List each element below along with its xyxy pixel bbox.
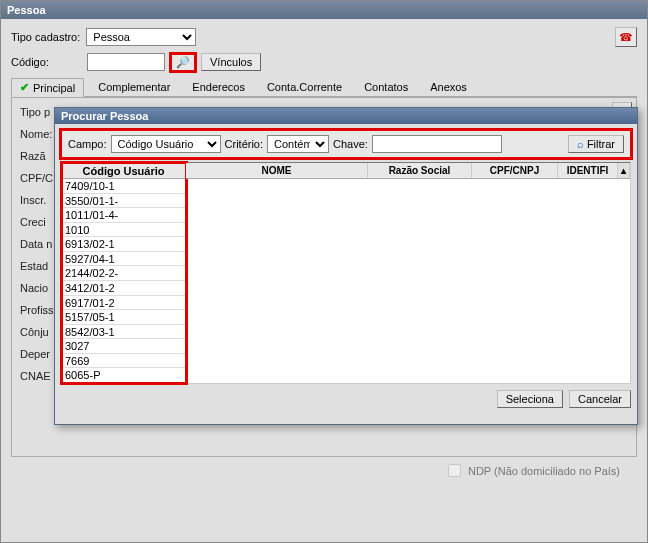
filter-icon: ⌕ [577, 138, 584, 150]
codigo-input[interactable] [87, 53, 165, 71]
check-icon: ✔ [20, 81, 29, 94]
filtrar-button[interactable]: ⌕ Filtrar [568, 135, 624, 153]
scroll-up-icon[interactable]: ▴ [618, 163, 630, 178]
codigo-label: Código: [11, 56, 81, 68]
header-cpfcnpj[interactable]: CPF/CNPJ [472, 163, 558, 178]
table-row[interactable]: 1011/01-4- [62, 208, 185, 223]
tab-complementar[interactable]: Complementar [90, 79, 178, 95]
criterio-select[interactable]: Contém [267, 135, 329, 153]
results-grid: Código Usuário 7409/10-13550/01-1-1011/0… [61, 162, 631, 384]
vinculos-button[interactable]: Vínculos [201, 53, 261, 71]
tab-conta-corrente[interactable]: Conta.Corrente [259, 79, 350, 95]
table-row[interactable]: 5927/04-1 [62, 252, 185, 267]
criterio-label: Critério: [225, 138, 264, 150]
table-row[interactable]: 6065-P [62, 368, 185, 383]
chave-input[interactable] [372, 135, 502, 153]
rest-columns: NOME Razão Social CPF/CNPJ IDENTIFI ▴ [186, 163, 630, 383]
table-row[interactable]: 3412/01-2 [62, 281, 185, 296]
main-window: Pessoa Tipo cadastro: Pessoa ☎ Código: 🔎… [0, 0, 648, 543]
tab-enderecos[interactable]: Enderecos [184, 79, 253, 95]
table-row[interactable]: 5157/05-1 [62, 310, 185, 325]
table-row[interactable]: 7409/10-1 [62, 179, 185, 194]
campo-label: Campo: [68, 138, 107, 150]
tipo-cadastro-label: Tipo cadastro: [11, 31, 80, 43]
binoculars-button[interactable]: 🔎 [171, 54, 195, 71]
tab-principal[interactable]: ✔ Principal [11, 78, 84, 97]
codigo-rows: 7409/10-13550/01-1-1011/01-4-10106913/02… [62, 179, 185, 383]
search-row: Campo: Código Usuário Critério: Contém C… [61, 130, 631, 158]
ndp-label: NDP (Não domiciliado no País) [468, 465, 620, 477]
tab-anexos[interactable]: Anexos [422, 79, 475, 95]
table-row[interactable]: 6917/01-2 [62, 296, 185, 311]
tab-contatos[interactable]: Contatos [356, 79, 416, 95]
table-row[interactable]: 1010 [62, 223, 185, 238]
table-row[interactable]: 8542/03-1 [62, 325, 185, 340]
header-nome[interactable]: NOME [186, 163, 368, 178]
tabs-bar: ✔ Principal Complementar Enderecos Conta… [11, 77, 637, 97]
table-row[interactable]: 6913/02-1 [62, 237, 185, 252]
campo-select[interactable]: Código Usuário [111, 135, 221, 153]
tipo-cadastro-select[interactable]: Pessoa [86, 28, 196, 46]
ndp-checkbox [448, 464, 461, 477]
table-row[interactable]: 7669 [62, 354, 185, 369]
cancelar-button[interactable]: Cancelar [569, 390, 631, 408]
codigo-column: Código Usuário 7409/10-13550/01-1-1011/0… [62, 163, 186, 383]
header-ident[interactable]: IDENTIFI [558, 163, 618, 178]
table-row[interactable]: 2144/02-2- [62, 266, 185, 281]
header-codigo[interactable]: Código Usuário [62, 163, 185, 179]
binoculars-icon: 🔎 [176, 56, 190, 68]
procurar-pessoa-dialog: Procurar Pessoa Campo: Código Usuário Cr… [54, 107, 638, 425]
dialog-title: Procurar Pessoa [55, 108, 637, 124]
seleciona-button[interactable]: Seleciona [497, 390, 563, 408]
phone-icon-button[interactable]: ☎ [615, 27, 637, 47]
chave-label: Chave: [333, 138, 368, 150]
table-row[interactable]: 3550/01-1- [62, 194, 185, 209]
window-title: Pessoa [1, 1, 647, 19]
table-row[interactable]: 3027 [62, 339, 185, 354]
header-razao[interactable]: Razão Social [368, 163, 472, 178]
